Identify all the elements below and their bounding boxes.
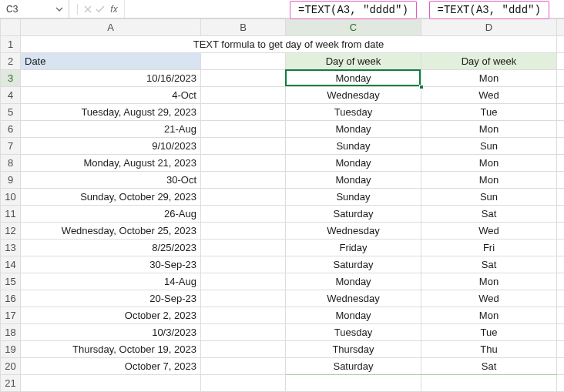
cell-date[interactable]: 10/3/2023 (21, 324, 201, 341)
cell-dow-short[interactable]: Thu (421, 341, 557, 358)
cell-dow-full[interactable]: Saturday (286, 206, 421, 223)
cell-empty[interactable] (201, 307, 286, 324)
row-head[interactable]: 5 (1, 104, 21, 121)
cell-dow-full[interactable]: Monday (286, 70, 421, 87)
row-head[interactable]: 8 (1, 155, 21, 172)
row-head[interactable]: 10 (1, 189, 21, 206)
cell-dow-short[interactable]: Mon (421, 172, 557, 189)
cell-date[interactable]: Sunday, October 29, 2023 (21, 189, 201, 206)
cell-date[interactable]: Wednesday, October 25, 2023 (21, 223, 201, 240)
cell-empty[interactable] (201, 206, 286, 223)
col-head-a[interactable]: A (21, 19, 201, 36)
cell-dow-short[interactable]: Sun (421, 189, 557, 206)
table-row[interactable]: 930-OctMondayMon (1, 172, 565, 189)
col-head-e[interactable] (557, 19, 565, 36)
row-head[interactable]: 12 (1, 223, 21, 240)
cell-dow-full[interactable]: Sunday (286, 189, 421, 206)
name-box[interactable]: C3 (6, 4, 53, 15)
title-cell[interactable]: TEXT formula to get day of week from dat… (21, 36, 557, 53)
cell-dow-short[interactable]: Wed (421, 87, 557, 104)
row-head[interactable]: 19 (1, 341, 21, 358)
cell-dow-short[interactable]: Sun (421, 138, 557, 155)
cell-date[interactable]: Tuesday, August 29, 2023 (21, 104, 201, 121)
table-row[interactable]: 621-AugMondayMon (1, 121, 565, 138)
header-dow-short[interactable]: Day of week (421, 53, 557, 70)
cell-dow-short[interactable]: Sat (421, 358, 557, 375)
table-row[interactable]: 17October 2, 2023MondayMon (1, 307, 565, 324)
cell-dow-short[interactable]: Mon (421, 121, 557, 138)
cell-empty[interactable] (201, 121, 286, 138)
cell-empty[interactable] (201, 104, 286, 121)
cell-empty[interactable] (201, 223, 286, 240)
cell-date[interactable]: 20-Sep-23 (21, 290, 201, 307)
row-head[interactable]: 9 (1, 172, 21, 189)
table-row[interactable]: 1620-Sep-23WednesdayWed (1, 290, 565, 307)
cell-empty[interactable] (201, 189, 286, 206)
cell-dow-short[interactable]: Mon (421, 307, 557, 324)
select-all-corner[interactable] (1, 19, 21, 36)
enter-icon[interactable] (95, 4, 106, 15)
cell-empty[interactable] (201, 240, 286, 256)
table-row[interactable]: 1430-Sep-23SaturdaySat (1, 256, 565, 273)
cell-dow-full[interactable]: Tuesday (286, 104, 421, 121)
col-head-b[interactable]: B (201, 19, 286, 36)
cell-empty[interactable] (201, 155, 286, 172)
cancel-icon[interactable] (82, 4, 93, 15)
cell-empty[interactable] (201, 358, 286, 375)
cell-dow-full[interactable]: Monday (286, 273, 421, 290)
cell-dow-short[interactable]: Fri (421, 240, 557, 256)
row-head[interactable]: 18 (1, 324, 21, 341)
col-head-c[interactable]: C (286, 19, 421, 36)
table-row[interactable]: 19Thursday, October 19, 2023ThursdayThu (1, 341, 565, 358)
cell-dow-full[interactable]: Monday (286, 155, 421, 172)
cell-dow-short[interactable]: Tue (421, 104, 557, 121)
cell-date[interactable]: 14-Aug (21, 273, 201, 290)
table-row[interactable]: 12Wednesday, October 25, 2023WednesdayWe… (1, 223, 565, 240)
row-head[interactable]: 3 (1, 70, 21, 87)
cell-dow-full[interactable]: Sunday (286, 138, 421, 155)
cell-empty[interactable] (201, 138, 286, 155)
cell-dow-short[interactable]: Wed (421, 223, 557, 240)
cell-date[interactable]: October 7, 2023 (21, 358, 201, 375)
cell-date[interactable]: 9/10/2023 (21, 138, 201, 155)
row-1[interactable]: 1 TEXT formula to get day of week from d… (1, 36, 565, 53)
row-head[interactable]: 21 (1, 375, 21, 392)
row-head[interactable]: 17 (1, 307, 21, 324)
cell-date[interactable]: 21-Aug (21, 121, 201, 138)
cell-dow-full[interactable]: Friday (286, 240, 421, 256)
col-head-d[interactable]: D (421, 19, 557, 36)
table-row[interactable]: 310/16/2023MondayMon (1, 70, 565, 87)
cell-dow-short[interactable]: Mon (421, 273, 557, 290)
cell-dow-full[interactable]: Saturday (286, 358, 421, 375)
cell-dow-full[interactable]: Tuesday (286, 324, 421, 341)
cell-dow-full[interactable]: Wednesday (286, 290, 421, 307)
table-row[interactable]: 1810/3/2023TuesdayTue (1, 324, 565, 341)
cell-date[interactable]: 10/16/2023 (21, 70, 201, 87)
table-row[interactable]: 10Sunday, October 29, 2023SundaySun (1, 189, 565, 206)
cell-dow-full[interactable]: Saturday (286, 256, 421, 273)
cell-date[interactable]: 26-Aug (21, 206, 201, 223)
row-head[interactable]: 11 (1, 206, 21, 223)
row-2[interactable]: 2 Date Day of week Day of week (1, 53, 565, 70)
cell-dow-short[interactable]: Tue (421, 324, 557, 341)
cell-date[interactable]: Monday, August 21, 2023 (21, 155, 201, 172)
table-row[interactable]: 1514-AugMondayMon (1, 273, 565, 290)
row-head[interactable]: 4 (1, 87, 21, 104)
row-head[interactable]: 14 (1, 256, 21, 273)
cell-dow-full[interactable]: Wednesday (286, 87, 421, 104)
header-date[interactable]: Date (21, 53, 201, 70)
column-headers[interactable]: A B C D (1, 19, 565, 36)
cell-dow-full[interactable]: Monday (286, 172, 421, 189)
row-head-2[interactable]: 2 (1, 53, 21, 70)
table-row[interactable]: 21 (1, 375, 565, 392)
cell-date[interactable]: 4-Oct (21, 87, 201, 104)
cell-dow-short[interactable]: Mon (421, 155, 557, 172)
cell-date[interactable]: 30-Sep-23 (21, 256, 201, 273)
cell-empty[interactable] (201, 70, 286, 87)
cell-empty[interactable] (201, 172, 286, 189)
table-row[interactable]: 5Tuesday, August 29, 2023TuesdayTue (1, 104, 565, 121)
table-row[interactable]: 8Monday, August 21, 2023MondayMon (1, 155, 565, 172)
cell-dow-short[interactable]: Wed (421, 290, 557, 307)
table-row[interactable]: 79/10/2023SundaySun (1, 138, 565, 155)
row-head-1[interactable]: 1 (1, 36, 21, 53)
